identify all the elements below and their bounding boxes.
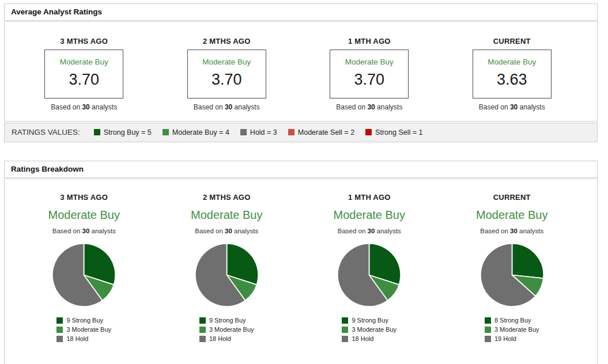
breakdown-column-3mths: 3 MTHS AGO Moderate Buy Based on 30 anal… [13,193,156,344]
period-label: 1 MTH AGO [298,193,441,202]
based-on-analysts: Based on 30 analysts [298,227,441,234]
strong-buy-swatch-icon [199,317,206,324]
based-on-analysts: Based on 30 analysts [13,227,156,234]
average-rating-value: 3.70 [330,71,408,89]
legend-item: 8 Strong Buy [485,316,539,325]
average-rating-card-3mths: 3 MTHS AGO Moderate Buy 3.70 Based on 30… [13,37,156,111]
consensus-rating-label: Moderate Buy [441,208,584,222]
ratings-values-legend: RATINGS VALUES: Strong Buy = 5 Moderate … [4,123,598,142]
average-rating-value: 3.63 [473,71,551,89]
strong-sell-swatch-icon [365,129,372,135]
legend-item: 3 Moderate Buy [56,325,111,334]
period-label: 2 MTHS AGO [156,37,299,46]
rating-label: Moderate Buy [45,50,123,66]
legend-item-moderate-buy: Moderate Buy = 4 [163,128,229,136]
strong-buy-swatch-icon [485,317,491,324]
average-rating-value: 3.70 [188,71,266,89]
moderate-sell-swatch-icon [288,129,294,135]
pie-legend: 8 Strong Buy 3 Moderate Buy 19 Hold [485,316,539,343]
legend-item: 9 Strong Buy [199,316,254,325]
moderate-buy-swatch-icon [56,327,63,333]
based-on-analysts: Based on 30 analysts [298,103,441,111]
rating-label: Moderate Buy [473,50,551,66]
period-label: CURRENT [441,37,584,46]
period-label: 1 MTH AGO [298,37,441,46]
breakdown-column-1mth: 1 MTH AGO Moderate Buy Based on 30 analy… [298,193,441,344]
ratings-breakdown-panel: Ratings Breakdown 3 MTHS AGO Moderate Bu… [4,161,598,364]
period-label: 3 MTHS AGO [13,37,156,46]
hold-swatch-icon [56,336,63,342]
average-rating-card-2mths: 2 MTHS AGO Moderate Buy 3.70 Based on 30… [156,37,299,111]
period-label: 2 MTHS AGO [156,193,299,202]
legend-item-strong-buy: Strong Buy = 5 [94,128,152,136]
consensus-rating-label: Moderate Buy [298,208,441,222]
hold-swatch-icon [199,336,206,342]
legend-item-strong-sell: Strong Sell = 1 [365,128,422,136]
legend-item: 18 Hold [199,334,254,343]
legend-item: 3 Moderate Buy [199,325,254,334]
hold-swatch-icon [240,129,247,135]
strong-buy-swatch-icon [56,317,63,324]
legend-item: 18 Hold [342,334,396,343]
rating-label: Moderate Buy [188,50,266,66]
legend-item: 9 Strong Buy [342,316,396,325]
moderate-buy-swatch-icon [342,327,348,333]
breakdown-column-current: CURRENT Moderate Buy Based on 30 analyst… [441,193,584,344]
pie-chart [13,242,156,308]
legend-item-moderate-sell: Moderate Sell = 2 [288,128,354,136]
pie-chart [298,242,441,308]
strong-buy-swatch-icon [342,317,348,324]
pie-legend: 9 Strong Buy 3 Moderate Buy 18 Hold [342,316,396,343]
based-on-analysts: Based on 30 analysts [441,103,584,111]
pie-legend: 9 Strong Buy 3 Moderate Buy 18 Hold [199,316,254,343]
legend-item: 3 Moderate Buy [485,325,539,334]
period-label: 3 MTHS AGO [13,193,156,202]
average-ratings-panel: Average Analyst Ratings 3 MTHS AGO Moder… [4,3,598,142]
moderate-buy-swatch-icon [163,129,169,135]
average-ratings-title: Average Analyst Ratings [4,3,598,21]
based-on-analysts: Based on 30 analysts [156,227,299,234]
moderate-buy-swatch-icon [485,327,491,333]
based-on-analysts: Based on 30 analysts [441,227,584,234]
period-label: CURRENT [441,193,584,202]
legend-item-hold: Hold = 3 [240,128,277,136]
pie-legend: 9 Strong Buy 3 Moderate Buy 18 Hold [56,316,111,343]
average-rating-card-1mth: 1 MTH AGO Moderate Buy 3.70 Based on 30 … [298,37,441,111]
pie-chart [156,242,299,308]
legend-item: 9 Strong Buy [56,316,111,325]
legend-item: 3 Moderate Buy [342,325,396,334]
ratings-values-label: RATINGS VALUES: [12,128,80,136]
moderate-buy-swatch-icon [199,327,206,333]
legend-item: 19 Hold [485,334,539,343]
average-rating-box: Moderate Buy 3.70 [187,50,266,98]
average-rating-box: Moderate Buy 3.70 [44,50,123,98]
ratings-breakdown-title: Ratings Breakdown [4,161,598,178]
average-ratings-body: 3 MTHS AGO Moderate Buy 3.70 Based on 30… [4,21,598,122]
rating-label: Moderate Buy [330,50,408,66]
ratings-breakdown-body: 3 MTHS AGO Moderate Buy Based on 30 anal… [4,179,598,364]
based-on-analysts: Based on 30 analysts [156,103,299,111]
strong-buy-swatch-icon [94,129,100,135]
average-rating-value: 3.70 [45,71,123,89]
based-on-analysts: Based on 30 analysts [13,103,156,111]
hold-swatch-icon [342,336,348,342]
legend-item: 18 Hold [56,334,111,343]
hold-swatch-icon [485,336,491,342]
average-rating-box: Moderate Buy 3.70 [330,50,409,98]
consensus-rating-label: Moderate Buy [13,208,156,222]
average-rating-card-current: CURRENT Moderate Buy 3.63 Based on 30 an… [441,37,584,111]
average-rating-box: Moderate Buy 3.63 [473,50,552,98]
pie-chart [441,242,584,308]
breakdown-column-2mths: 2 MTHS AGO Moderate Buy Based on 30 anal… [156,193,299,344]
consensus-rating-label: Moderate Buy [156,208,299,222]
